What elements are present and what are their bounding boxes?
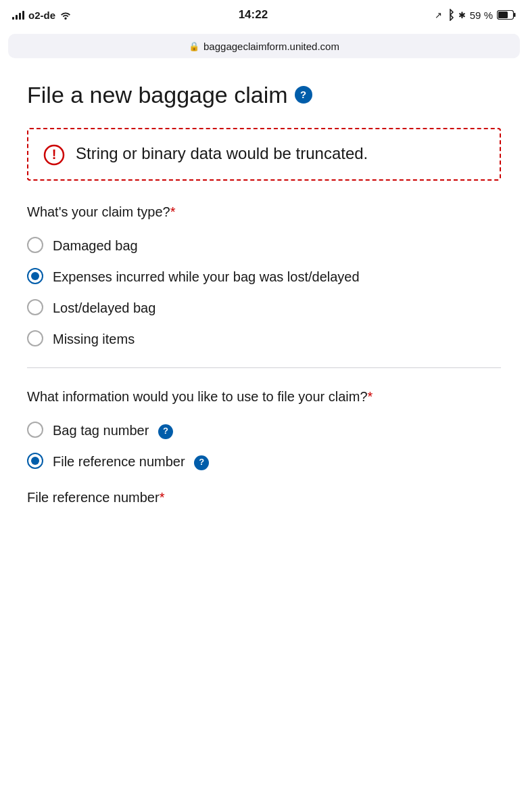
file-info-label: What information would you like to use t… (27, 387, 501, 406)
file-ref-field-label: File reference number* (27, 490, 501, 505)
radio-label-expenses-incurred: Expenses incurred while your bag was los… (53, 267, 360, 286)
page-help-icon[interactable]: ? (295, 86, 312, 104)
status-bar-time: 14:22 (239, 8, 268, 22)
radio-bag-tag[interactable] (27, 422, 43, 438)
carrier-label: o2-de (28, 9, 55, 21)
radio-item-missing-items[interactable]: Missing items (27, 330, 501, 348)
bluetooth-icon (446, 9, 454, 21)
svg-text:!: ! (52, 147, 57, 162)
bag-tag-help-icon[interactable]: ? (158, 424, 173, 439)
status-bar-left: o2-de (12, 9, 72, 21)
claim-type-section: What's your claim type?* Damaged bag Exp… (27, 202, 501, 348)
radio-label-file-ref: File reference number ? (53, 452, 209, 471)
radio-label-lost-delayed: Lost/delayed bag (53, 298, 155, 317)
radio-label-damaged-bag: Damaged bag (53, 236, 138, 255)
radio-item-expenses-incurred[interactable]: Expenses incurred while your bag was los… (27, 267, 501, 286)
page-title-text: File a new baggage claim (27, 81, 288, 109)
status-bar-right: ↗ ✱ 59 % (435, 9, 516, 21)
wifi-icon (59, 10, 72, 20)
radio-label-missing-items: Missing items (53, 330, 135, 348)
error-circle-icon: ! (43, 144, 65, 166)
radio-file-ref[interactable] (27, 453, 43, 469)
status-bar: o2-de 14:22 ↗ ✱ 59 % (0, 0, 528, 30)
radio-item-bag-tag[interactable]: Bag tag number ? (27, 421, 501, 440)
address-bar[interactable]: 🔒 baggageclaimform.united.com (8, 34, 520, 58)
main-content: File a new baggage claim ? ! String or b… (0, 62, 528, 533)
file-info-section: What information would you like to use t… (27, 387, 501, 505)
radio-expenses-incurred[interactable] (27, 268, 43, 284)
svg-rect-1 (498, 12, 508, 18)
radio-item-damaged-bag[interactable]: Damaged bag (27, 236, 501, 255)
file-info-radio-group: Bag tag number ? File reference number ? (27, 421, 501, 471)
radio-label-bag-tag: Bag tag number ? (53, 421, 173, 440)
url-text: baggageclaimform.united.com (203, 41, 339, 52)
section-divider (27, 367, 501, 368)
bluetooth-label: ✱ (458, 10, 466, 20)
radio-item-lost-delayed[interactable]: Lost/delayed bag (27, 298, 501, 317)
battery-percent: 59 % (470, 9, 493, 21)
radio-damaged-bag[interactable] (27, 237, 43, 253)
error-message: String or binary data would be truncated… (76, 143, 368, 164)
radio-item-file-ref[interactable]: File reference number ? (27, 452, 501, 471)
radio-missing-items[interactable] (27, 330, 43, 346)
radio-lost-delayed[interactable] (27, 299, 43, 315)
claim-type-radio-group: Damaged bag Expenses incurred while your… (27, 236, 501, 348)
signal-icon (12, 10, 24, 20)
file-ref-help-icon[interactable]: ? (194, 455, 209, 470)
claim-type-label: What's your claim type?* (27, 202, 501, 221)
location-icon: ↗ (435, 10, 442, 20)
lock-icon: 🔒 (189, 41, 199, 51)
svg-rect-2 (514, 13, 516, 17)
battery-icon (497, 10, 516, 20)
page-title-area: File a new baggage claim ? (27, 81, 501, 109)
error-box: ! String or binary data would be truncat… (27, 128, 501, 181)
